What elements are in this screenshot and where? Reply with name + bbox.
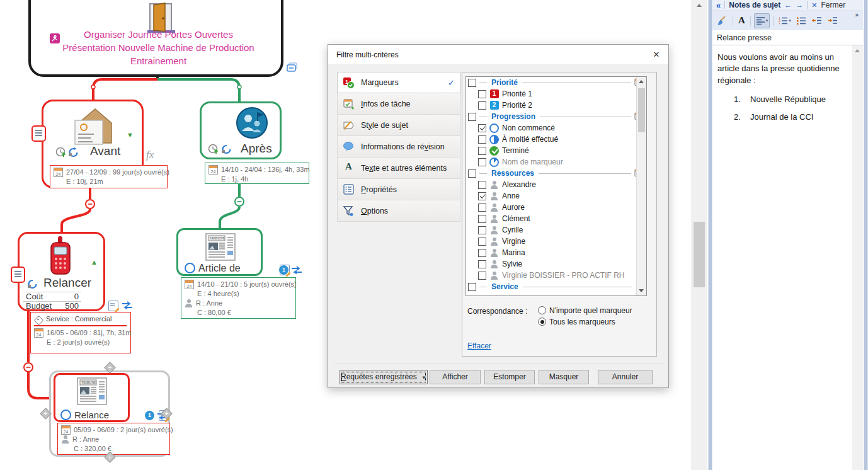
panel-splitter-left[interactable] <box>708 0 712 470</box>
marker-item-aurore[interactable]: Aurore <box>466 202 646 213</box>
checkbox[interactable] <box>478 181 486 189</box>
scroll-up-arrow[interactable] <box>697 4 702 7</box>
align-button[interactable]: ▾ <box>754 13 770 28</box>
scrollbar-thumb[interactable] <box>638 88 645 132</box>
notes-indicator-badge[interactable] <box>11 267 25 283</box>
map-scrollbar-thumb[interactable] <box>694 222 705 287</box>
notes-editor[interactable]: Nous voulons avoir au moins un article d… <box>712 45 852 470</box>
note-icon[interactable] <box>108 301 118 311</box>
checkbox[interactable] <box>478 192 486 200</box>
radio-any-marker[interactable]: N'importe quel marqueur <box>538 306 632 315</box>
marker-item-virgine[interactable]: Virgine <box>466 236 646 247</box>
scroll-up-arrow[interactable] <box>639 80 644 83</box>
checkbox[interactable] <box>478 272 486 280</box>
checkbox[interactable] <box>478 90 486 98</box>
close-icon[interactable]: ✕ <box>651 49 662 60</box>
back-arrow-icon[interactable]: ← <box>784 1 792 9</box>
outdent-button[interactable] <box>810 13 824 28</box>
fade-button[interactable]: Estomper <box>484 370 535 384</box>
marker-list[interactable]: Priorité 1 Priorité 1 2 Priorité 2 Progr… <box>465 76 647 296</box>
checkbox[interactable] <box>478 238 486 246</box>
collapse-panel-icon[interactable]: « <box>716 1 721 10</box>
marker-group-service[interactable]: Service <box>466 281 646 292</box>
map-vertical-scrollbar[interactable] <box>691 0 707 470</box>
marker-list-scrollbar[interactable] <box>636 77 646 295</box>
checkbox[interactable] <box>478 101 486 110</box>
panel-splitter-right[interactable] <box>864 0 868 470</box>
toolbar-overflow-icon[interactable]: » <box>853 11 860 19</box>
comment-count-badge[interactable]: 1 <box>279 265 288 275</box>
marker-item-marina[interactable]: Marina <box>466 247 646 258</box>
checkbox[interactable] <box>468 283 476 291</box>
notes-scrollbar[interactable] <box>852 45 863 470</box>
checkbox[interactable] <box>468 79 476 87</box>
checkbox[interactable] <box>468 113 476 121</box>
marker-item-cyrille[interactable]: Cyrille <box>466 224 646 236</box>
comment-count-badge[interactable]: 1 <box>145 411 154 420</box>
tab-marqueurs[interactable]: 1 Marqueurs ✓ <box>337 72 460 93</box>
collapse-subtopics-icon[interactable] <box>287 62 298 72</box>
marker-group-progression[interactable]: Progression <box>466 111 646 122</box>
tab-proprietes[interactable]: Propriétés <box>337 179 460 200</box>
checkbox[interactable] <box>478 124 486 132</box>
checkbox[interactable] <box>478 215 486 223</box>
topic-relance-presse[interactable]: TRIBUNE Relance presse <box>54 373 130 422</box>
numbered-list-button[interactable]: 123 ▾ <box>777 13 793 28</box>
checkbox[interactable] <box>468 169 476 178</box>
chevron-up-icon[interactable]: ▲ <box>91 259 98 266</box>
notes-topic-title-field[interactable]: Relance presse <box>712 30 863 45</box>
dialog-title-bar[interactable]: Filtre multi-critères ✕ <box>328 45 668 64</box>
radio-icon[interactable] <box>538 318 546 326</box>
topic-article-de-presse[interactable]: TRIBUNE Article de presse <box>176 228 263 276</box>
scroll-up-arrow[interactable] <box>855 49 860 52</box>
saved-queries-button[interactable]: Requêtes enregistrées ▼ <box>340 370 428 384</box>
marker-item-non-commence[interactable]: Non commencé <box>466 122 646 134</box>
marker-item-clement[interactable]: Clément <box>466 213 646 224</box>
show-button[interactable]: Afficher <box>430 370 481 384</box>
marker-item-priorite-2[interactable]: 2 Priorité 2 <box>466 100 646 111</box>
notes-indicator-badge[interactable] <box>31 125 46 142</box>
tab-texte-et-autres-elements[interactable]: A Texte et autres éléments <box>337 158 460 179</box>
marker-item-priorite-1[interactable]: 1 Priorité 1 <box>466 88 646 100</box>
marker-group-ressources[interactable]: Ressources <box>466 168 646 179</box>
flowchart-link-icon[interactable] <box>121 301 134 311</box>
tab-informations-de-revision[interactable]: Informations de révision <box>337 136 460 158</box>
radio-all-markers[interactable]: Tous les marqueurs <box>538 318 615 326</box>
bullet-list-button[interactable] <box>795 13 808 28</box>
checkbox[interactable] <box>478 158 486 166</box>
indent-button[interactable] <box>826 13 840 28</box>
font-button[interactable]: A <box>736 13 747 28</box>
flowchart-link-icon[interactable] <box>290 265 303 275</box>
checkbox[interactable] <box>478 203 486 212</box>
close-panel-label[interactable]: Fermer <box>821 1 845 9</box>
close-panel-icon[interactable]: ✕ <box>811 1 817 9</box>
topic-relancer[interactable]: ▲ Relancer Coût0 Budget500 <box>18 232 105 311</box>
tab-options[interactable]: Options <box>337 200 460 222</box>
root-topic[interactable]: Organiser Journée Portes Ouvertes Présen… <box>28 0 283 77</box>
marker-item-a-moitie[interactable]: À moitié effectué <box>466 134 646 145</box>
radio-icon[interactable] <box>538 306 546 314</box>
chevron-down-icon[interactable]: ▼ <box>127 132 134 139</box>
marker-item-virginie-boissier[interactable]: Virginie BOISSIER - PRO ACTIF RH <box>466 270 646 281</box>
scroll-down-arrow[interactable] <box>639 289 644 292</box>
marker-item-anne[interactable]: Anne <box>466 190 646 202</box>
tab-infos-de-tache[interactable]: Infos de tâche <box>337 93 460 115</box>
marker-item-termine[interactable]: Terminé <box>466 145 646 156</box>
marker-group-priorite[interactable]: Priorité <box>466 77 646 88</box>
cancel-button[interactable]: Annuler <box>598 370 653 384</box>
forward-arrow-icon[interactable]: → <box>796 1 803 9</box>
format-painter-button[interactable] <box>715 13 729 28</box>
clear-link[interactable]: Effacer <box>467 341 491 350</box>
topic-apres[interactable]: Après <box>200 101 282 159</box>
hide-button[interactable]: Masquer <box>539 370 589 384</box>
progress-not-started-icon[interactable] <box>185 263 195 273</box>
filter-dialog[interactable]: Filtre multi-critères ✕ 1 Marqueurs ✓ In… <box>328 44 669 388</box>
checkbox[interactable] <box>478 147 486 155</box>
marker-item-sylvie[interactable]: Sylvie <box>466 258 646 270</box>
progress-not-started-icon[interactable] <box>60 410 71 420</box>
checkbox[interactable] <box>478 226 486 234</box>
marker-item-nom-de-marqueur[interactable]: Nom de marqueur <box>466 156 646 168</box>
checkbox[interactable] <box>478 249 486 257</box>
checkbox[interactable] <box>478 260 486 268</box>
tab-style-de-sujet[interactable]: Style de sujet <box>337 115 460 136</box>
